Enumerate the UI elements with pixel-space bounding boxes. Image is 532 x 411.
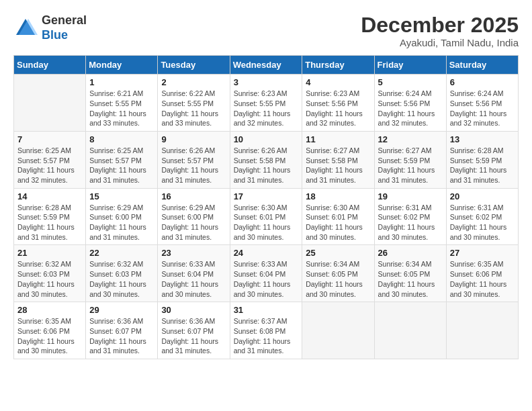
day-info: Sunrise: 6:32 AM Sunset: 6:03 PM Dayligh… bbox=[17, 259, 82, 299]
calendar-cell: 7Sunrise: 6:25 AM Sunset: 5:57 PM Daylig… bbox=[14, 131, 86, 188]
day-number: 11 bbox=[306, 134, 370, 144]
logo: General Blue bbox=[13, 13, 87, 42]
day-info: Sunrise: 6:35 AM Sunset: 6:06 PM Dayligh… bbox=[450, 259, 515, 299]
day-number: 16 bbox=[161, 191, 226, 201]
day-info: Sunrise: 6:36 AM Sunset: 6:07 PM Dayligh… bbox=[89, 316, 154, 356]
day-number: 12 bbox=[378, 134, 443, 144]
day-number: 5 bbox=[378, 77, 443, 87]
calendar-cell: 12Sunrise: 6:27 AM Sunset: 5:59 PM Dayli… bbox=[374, 131, 446, 188]
day-info: Sunrise: 6:31 AM Sunset: 6:02 PM Dayligh… bbox=[378, 203, 443, 242]
day-info: Sunrise: 6:30 AM Sunset: 6:01 PM Dayligh… bbox=[306, 203, 370, 242]
day-info: Sunrise: 6:23 AM Sunset: 5:55 PM Dayligh… bbox=[234, 89, 299, 128]
day-info: Sunrise: 6:35 AM Sunset: 6:06 PM Dayligh… bbox=[17, 316, 82, 356]
day-info: Sunrise: 6:22 AM Sunset: 5:55 PM Dayligh… bbox=[161, 89, 226, 128]
day-number: 28 bbox=[17, 305, 82, 315]
day-info: Sunrise: 6:24 AM Sunset: 5:56 PM Dayligh… bbox=[450, 89, 515, 128]
calendar-cell: 22Sunrise: 6:32 AM Sunset: 6:03 PM Dayli… bbox=[86, 245, 158, 302]
day-info: Sunrise: 6:28 AM Sunset: 5:59 PM Dayligh… bbox=[450, 146, 515, 185]
days-of-week-row: SundayMondayTuesdayWednesdayThursdayFrid… bbox=[14, 56, 519, 75]
calendar-week-row: 7Sunrise: 6:25 AM Sunset: 5:57 PM Daylig… bbox=[14, 131, 519, 188]
calendar-cell: 27Sunrise: 6:35 AM Sunset: 6:06 PM Dayli… bbox=[446, 245, 518, 302]
day-number: 13 bbox=[450, 134, 515, 144]
calendar-week-row: 21Sunrise: 6:32 AM Sunset: 6:03 PM Dayli… bbox=[14, 245, 519, 302]
title-block: December 2025 Ayakudi, Tamil Nadu, India bbox=[361, 13, 519, 48]
day-info: Sunrise: 6:30 AM Sunset: 6:01 PM Dayligh… bbox=[234, 203, 299, 242]
day-info: Sunrise: 6:37 AM Sunset: 6:08 PM Dayligh… bbox=[234, 316, 299, 356]
calendar-cell bbox=[374, 302, 446, 359]
calendar-cell bbox=[14, 75, 86, 132]
day-number: 22 bbox=[89, 248, 154, 258]
calendar-cell bbox=[302, 302, 374, 359]
day-number: 8 bbox=[89, 134, 154, 144]
day-number: 31 bbox=[234, 305, 299, 315]
calendar-cell: 29Sunrise: 6:36 AM Sunset: 6:07 PM Dayli… bbox=[86, 302, 158, 359]
day-number: 20 bbox=[450, 191, 515, 201]
calendar-week-row: 28Sunrise: 6:35 AM Sunset: 6:06 PM Dayli… bbox=[14, 302, 519, 359]
day-number: 29 bbox=[89, 305, 154, 315]
calendar-cell: 18Sunrise: 6:30 AM Sunset: 6:01 PM Dayli… bbox=[302, 188, 374, 245]
calendar-cell: 13Sunrise: 6:28 AM Sunset: 5:59 PM Dayli… bbox=[446, 131, 518, 188]
calendar-cell: 14Sunrise: 6:28 AM Sunset: 5:59 PM Dayli… bbox=[14, 188, 86, 245]
day-info: Sunrise: 6:34 AM Sunset: 6:05 PM Dayligh… bbox=[306, 259, 370, 299]
day-number: 3 bbox=[234, 77, 299, 87]
day-info: Sunrise: 6:36 AM Sunset: 6:07 PM Dayligh… bbox=[161, 316, 226, 356]
day-info: Sunrise: 6:26 AM Sunset: 5:57 PM Dayligh… bbox=[161, 146, 226, 185]
day-number: 19 bbox=[378, 191, 443, 201]
day-of-week-header: Saturday bbox=[446, 56, 518, 75]
day-number: 15 bbox=[89, 191, 154, 201]
day-number: 6 bbox=[450, 77, 515, 87]
day-number: 24 bbox=[234, 248, 299, 258]
day-number: 9 bbox=[161, 134, 226, 144]
day-number: 14 bbox=[17, 191, 82, 201]
calendar-cell: 8Sunrise: 6:25 AM Sunset: 5:57 PM Daylig… bbox=[86, 131, 158, 188]
calendar-cell: 16Sunrise: 6:29 AM Sunset: 6:00 PM Dayli… bbox=[158, 188, 230, 245]
calendar-cell: 31Sunrise: 6:37 AM Sunset: 6:08 PM Dayli… bbox=[230, 302, 302, 359]
day-of-week-header: Wednesday bbox=[230, 56, 302, 75]
calendar-cell: 11Sunrise: 6:27 AM Sunset: 5:58 PM Dayli… bbox=[302, 131, 374, 188]
day-of-week-header: Sunday bbox=[14, 56, 86, 75]
day-info: Sunrise: 6:29 AM Sunset: 6:00 PM Dayligh… bbox=[89, 203, 154, 242]
day-number: 1 bbox=[89, 77, 154, 87]
day-of-week-header: Monday bbox=[86, 56, 158, 75]
day-info: Sunrise: 6:21 AM Sunset: 5:55 PM Dayligh… bbox=[89, 89, 154, 128]
day-info: Sunrise: 6:28 AM Sunset: 5:59 PM Dayligh… bbox=[17, 203, 82, 242]
calendar-week-row: 1Sunrise: 6:21 AM Sunset: 5:55 PM Daylig… bbox=[14, 75, 519, 132]
day-info: Sunrise: 6:29 AM Sunset: 6:00 PM Dayligh… bbox=[161, 203, 226, 242]
calendar-cell: 3Sunrise: 6:23 AM Sunset: 5:55 PM Daylig… bbox=[230, 75, 302, 132]
day-info: Sunrise: 6:25 AM Sunset: 5:57 PM Dayligh… bbox=[89, 146, 154, 185]
calendar-cell: 24Sunrise: 6:33 AM Sunset: 6:04 PM Dayli… bbox=[230, 245, 302, 302]
calendar-cell: 20Sunrise: 6:31 AM Sunset: 6:02 PM Dayli… bbox=[446, 188, 518, 245]
day-number: 23 bbox=[161, 248, 226, 258]
calendar-cell: 25Sunrise: 6:34 AM Sunset: 6:05 PM Dayli… bbox=[302, 245, 374, 302]
day-number: 2 bbox=[161, 77, 226, 87]
day-info: Sunrise: 6:25 AM Sunset: 5:57 PM Dayligh… bbox=[17, 146, 82, 185]
logo-icon bbox=[13, 16, 38, 40]
day-number: 17 bbox=[234, 191, 299, 201]
calendar-cell: 28Sunrise: 6:35 AM Sunset: 6:06 PM Dayli… bbox=[14, 302, 86, 359]
location-text: Ayakudi, Tamil Nadu, India bbox=[361, 37, 519, 48]
day-number: 7 bbox=[17, 134, 82, 144]
day-of-week-header: Friday bbox=[374, 56, 446, 75]
day-number: 26 bbox=[378, 248, 443, 258]
calendar-cell: 19Sunrise: 6:31 AM Sunset: 6:02 PM Dayli… bbox=[374, 188, 446, 245]
day-info: Sunrise: 6:24 AM Sunset: 5:56 PM Dayligh… bbox=[378, 89, 443, 128]
day-of-week-header: Thursday bbox=[302, 56, 374, 75]
logo-blue-text: Blue bbox=[42, 28, 68, 42]
day-info: Sunrise: 6:32 AM Sunset: 6:03 PM Dayligh… bbox=[89, 259, 154, 299]
calendar-cell: 1Sunrise: 6:21 AM Sunset: 5:55 PM Daylig… bbox=[86, 75, 158, 132]
day-number: 21 bbox=[17, 248, 82, 258]
day-number: 4 bbox=[306, 77, 370, 87]
day-number: 10 bbox=[234, 134, 299, 144]
calendar-week-row: 14Sunrise: 6:28 AM Sunset: 5:59 PM Dayli… bbox=[14, 188, 519, 245]
day-info: Sunrise: 6:34 AM Sunset: 6:05 PM Dayligh… bbox=[378, 259, 443, 299]
calendar-cell: 26Sunrise: 6:34 AM Sunset: 6:05 PM Dayli… bbox=[374, 245, 446, 302]
day-of-week-header: Tuesday bbox=[158, 56, 230, 75]
calendar-cell: 23Sunrise: 6:33 AM Sunset: 6:04 PM Dayli… bbox=[158, 245, 230, 302]
day-number: 27 bbox=[450, 248, 515, 258]
day-info: Sunrise: 6:31 AM Sunset: 6:02 PM Dayligh… bbox=[450, 203, 515, 242]
day-number: 25 bbox=[306, 248, 370, 258]
day-info: Sunrise: 6:23 AM Sunset: 5:56 PM Dayligh… bbox=[306, 89, 370, 128]
calendar-cell: 21Sunrise: 6:32 AM Sunset: 6:03 PM Dayli… bbox=[14, 245, 86, 302]
day-info: Sunrise: 6:33 AM Sunset: 6:04 PM Dayligh… bbox=[161, 259, 226, 299]
calendar-table: SundayMondayTuesdayWednesdayThursdayFrid… bbox=[13, 55, 519, 359]
